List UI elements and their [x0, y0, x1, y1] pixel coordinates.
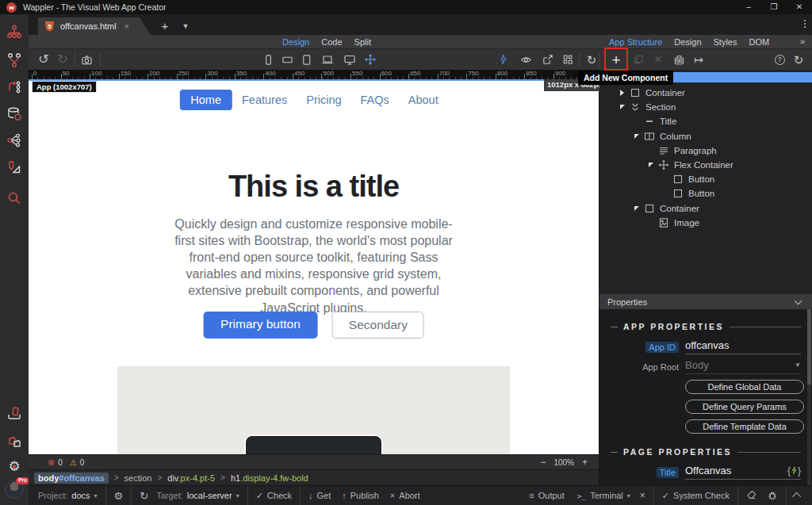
nav-item-features[interactable]: Features	[232, 90, 297, 110]
ui-flows-icon[interactable]	[6, 52, 22, 68]
device-phone-icon[interactable]	[259, 49, 278, 70]
settings-gear-icon[interactable]: ⚙	[6, 459, 22, 475]
more-panels-chevron[interactable]: »	[800, 35, 805, 48]
error-icon[interactable]: ⊗	[48, 457, 55, 468]
nav-item-faqs[interactable]: FAQs	[351, 90, 399, 110]
primary-button[interactable]: Primary button	[203, 312, 318, 339]
workflows-icon[interactable]	[6, 79, 22, 95]
project-selector[interactable]: Project: docs ▾	[38, 491, 98, 500]
zoom-in-button[interactable]: +	[582, 457, 588, 468]
search-icon[interactable]	[6, 190, 22, 206]
app-structure-panel-tab[interactable]: App Structure	[609, 37, 662, 47]
tree-item-column[interactable]: Column	[599, 129, 812, 143]
maximize-button[interactable]: ❐	[761, 0, 787, 14]
page-paragraph[interactable]: Quickly design and customize responsive …	[174, 216, 454, 316]
expand-arrow-icon[interactable]	[620, 105, 625, 109]
refresh-structure-icon[interactable]: ↻	[790, 49, 807, 70]
deploy-icon[interactable]	[6, 406, 22, 422]
new-tab-button[interactable]: +	[155, 17, 174, 35]
styles-panel-tab[interactable]: Styles	[714, 37, 737, 47]
breadcrumb-item-section[interactable]: section	[124, 473, 152, 483]
user-avatar[interactable]: Pro	[5, 480, 24, 499]
nav-item-pricing[interactable]: Pricing	[297, 90, 350, 110]
copy-component-icon[interactable]	[630, 49, 647, 70]
tree-item-button[interactable]: Button	[599, 186, 812, 201]
refresh-target-icon[interactable]: ↻	[140, 490, 148, 502]
design-tools-icon[interactable]	[6, 159, 22, 175]
page-title-input[interactable]: Offcanvas {}	[685, 465, 801, 480]
tree-item-container[interactable]: Container	[599, 86, 812, 100]
collapse-panel-chevron-icon[interactable]	[795, 491, 801, 500]
page-title[interactable]: This is a title	[29, 170, 599, 204]
define-template-data-button[interactable]: Define Template Data	[685, 419, 804, 434]
move-resize-icon[interactable]	[360, 49, 381, 70]
undo-icon[interactable]: ↺	[35, 49, 52, 70]
publish-button[interactable]: ↑Publish	[342, 491, 379, 500]
tab-list-chevron-icon[interactable]: ▼	[178, 17, 193, 35]
app-structure-icon[interactable]	[6, 24, 22, 40]
zoom-out-button[interactable]: −	[540, 457, 546, 468]
terminal-button[interactable]: >_Terminal ▾	[577, 491, 630, 500]
expand-arrow-icon[interactable]	[649, 163, 653, 167]
tab-offcanvas[interactable]: 5 offcanvas.html ×	[38, 17, 151, 35]
warning-icon[interactable]: ⚠	[70, 458, 77, 467]
nav-item-home[interactable]: Home	[179, 90, 232, 110]
app-id-input[interactable]: offcanvas	[685, 339, 801, 354]
tree-item-image[interactable]: Image	[599, 216, 812, 230]
tab-close-icon[interactable]: ×	[124, 22, 129, 31]
target-selector[interactable]: Target: local-server ▾	[156, 491, 239, 500]
help-icon[interactable]: ?	[771, 49, 788, 70]
redo-icon[interactable]: ↻	[54, 49, 71, 70]
abort-button[interactable]: ×Abort	[390, 491, 420, 500]
check-button[interactable]: ✓Check	[256, 491, 292, 501]
open-in-browser-icon[interactable]	[538, 49, 556, 70]
design-panel-tab[interactable]: Design	[674, 37, 701, 47]
properties-scrollbar[interactable]	[807, 309, 811, 485]
secondary-button[interactable]: Secondary	[332, 312, 424, 339]
tree-item-section[interactable]: Section	[599, 100, 812, 114]
tree-item-title[interactable]: Title	[599, 114, 812, 128]
delete-component-icon[interactable]: ✕	[649, 49, 667, 70]
properties-header[interactable]: Properties	[599, 294, 812, 309]
device-phone-landscape-icon[interactable]	[278, 49, 297, 70]
output-button[interactable]: ≡Output	[529, 491, 564, 500]
qr-code-icon[interactable]	[559, 49, 576, 70]
refresh-canvas-icon[interactable]: ↻	[583, 49, 600, 70]
close-button[interactable]: ✕	[787, 0, 812, 14]
component-package-icon[interactable]	[669, 49, 688, 70]
tab-menu-icon[interactable]	[804, 20, 806, 28]
define-global-data-button[interactable]: Define Global Data	[685, 380, 804, 394]
clean-eraser-icon[interactable]	[746, 490, 757, 501]
breadcrumb-item-div[interactable]: div.px-4.pt-5	[167, 473, 215, 483]
close-terminal-icon[interactable]: ×	[640, 490, 645, 501]
dynamic-data-icon[interactable]: {}	[787, 465, 801, 476]
expand-arrow-icon[interactable]	[634, 206, 639, 211]
collapse-arrow-icon[interactable]	[620, 90, 624, 96]
project-settings-gear-icon[interactable]: ⚙	[114, 490, 124, 502]
system-check-button[interactable]: ✓System Check	[662, 491, 730, 501]
actions-bolt-icon[interactable]	[495, 49, 512, 70]
tree-item-container[interactable]: Container	[599, 201, 812, 216]
design-canvas[interactable]: Home Features Pricing FAQs About This is…	[29, 79, 599, 454]
design-view-tab[interactable]: Design	[282, 37, 309, 47]
tree-item-flex-container[interactable]: Flex Container	[599, 158, 812, 172]
screenshot-camera-icon[interactable]	[78, 49, 95, 70]
preview-eye-icon[interactable]	[517, 49, 534, 70]
collapse-properties-chevron-icon[interactable]	[795, 297, 802, 305]
dom-panel-tab[interactable]: DOM	[749, 37, 769, 47]
database-icon[interactable]	[6, 106, 22, 122]
device-tablet-icon[interactable]	[297, 49, 316, 70]
expand-arrow-icon[interactable]	[634, 134, 639, 139]
split-view-tab[interactable]: Split	[354, 37, 371, 47]
extensions-icon[interactable]	[6, 434, 22, 450]
get-button[interactable]: ↓Get	[308, 491, 331, 500]
debug-bug-icon[interactable]	[767, 490, 778, 501]
app-root-select[interactable]: Body ▼	[685, 359, 801, 374]
minimize-button[interactable]: –	[736, 0, 761, 14]
define-query-params-button[interactable]: Define Query Params	[685, 400, 804, 414]
device-desktop-icon[interactable]	[339, 49, 360, 70]
code-view-tab[interactable]: Code	[321, 37, 342, 47]
device-laptop-icon[interactable]	[317, 49, 338, 70]
breadcrumb-item-h1[interactable]: h1.display-4.fw-bold	[231, 473, 308, 483]
breadcrumb-item-body[interactable]: body#offcanvas	[34, 472, 109, 484]
